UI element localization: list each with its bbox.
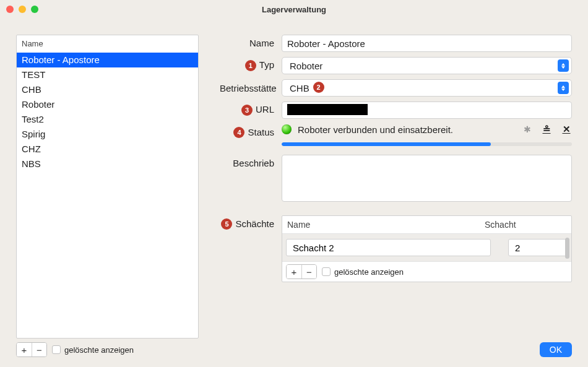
status-progress-fill (282, 142, 491, 146)
status-text: Roboter verbunden und einsatzbereit. (298, 124, 453, 135)
label-schaechte: 5Schächte (220, 215, 282, 230)
row-url: 3URL (220, 101, 572, 119)
row-betriebsstaette: Betriebsstätte CHB 2 (220, 79, 572, 97)
list-controls: + − gelöschte anzeigen (16, 342, 199, 357)
label-url: 3URL (220, 104, 282, 116)
zoom-window-button[interactable] (31, 6, 38, 13)
schaechte-row[interactable] (282, 234, 571, 261)
list-item[interactable]: TEST (17, 67, 198, 82)
schacht-name-input[interactable] (286, 239, 491, 256)
traffic-lights (6, 6, 38, 13)
schaechte-table: Name Schacht + − (282, 215, 572, 282)
row-status: 4Status Roboter verbunden und einsatzber… (220, 124, 572, 146)
status-line: Roboter verbunden und einsatzbereit. ≗ ✕ (282, 124, 572, 135)
annotation-badge-4: 4 (233, 127, 244, 138)
redacted-url-value (287, 104, 368, 115)
label-betriebsstaette: Betriebsstätte (220, 83, 282, 93)
name-input[interactable] (282, 35, 572, 52)
close-window-button[interactable] (6, 6, 14, 13)
beschrieb-textarea[interactable] (282, 155, 572, 202)
typ-select[interactable]: Roboter (282, 57, 572, 74)
col-schacht: Schacht (480, 216, 560, 233)
list-header-name: Name (17, 35, 198, 53)
minimize-window-button[interactable] (19, 6, 26, 13)
list-item[interactable]: Roboter (17, 97, 198, 112)
annotation-badge-1: 1 (245, 60, 256, 71)
typ-select-value: Roboter (290, 61, 322, 71)
row-schaechte: 5Schächte Name Schacht (220, 215, 572, 282)
chevron-updown-icon (558, 59, 569, 72)
row-beschrieb: Beschrieb (220, 155, 572, 202)
annotation-badge-3: 3 (241, 105, 253, 116)
titlebar: Lagerverwaltung (0, 0, 588, 19)
list-item[interactable]: Spirig (17, 127, 198, 142)
show-deleted-label: gelöschte anzeigen (64, 345, 134, 355)
list-item[interactable]: CHB (17, 82, 198, 97)
row-name: Name (220, 35, 572, 52)
betriebsstaette-select-value: CHB (290, 83, 309, 93)
betriebsstaette-select[interactable]: CHB 2 (282, 79, 572, 97)
connect-icon[interactable]: ≗ (541, 124, 552, 135)
schacht-value-input[interactable] (508, 239, 568, 256)
schacht-show-deleted-wrap[interactable]: gelöschte anzeigen (322, 267, 404, 277)
content: Name Roboter - Apostore TEST CHB Roboter… (0, 19, 588, 367)
scrollbar-thumb[interactable] (565, 238, 569, 259)
schacht-add-remove: + − (286, 264, 317, 279)
disconnect-icon[interactable]: ✕ (561, 124, 572, 135)
col-name: Name (282, 216, 480, 233)
right-panel: Name 1Typ Roboter Betriebsstätte CHB (220, 35, 572, 357)
show-deleted-checkbox-wrap[interactable]: gelöschte anzeigen (52, 345, 134, 355)
url-input[interactable] (282, 101, 572, 119)
label-status: 4Status (220, 124, 282, 139)
col-scroll-gutter (560, 216, 571, 233)
list-item[interactable]: NBS (17, 157, 198, 171)
schacht-show-deleted-label: gelöschte anzeigen (334, 267, 404, 277)
status-progress (282, 142, 572, 146)
status-led-icon (282, 124, 292, 134)
list-items: Roboter - Apostore TEST CHB Roboter Test… (17, 53, 198, 338)
add-warehouse-button[interactable]: + (17, 343, 32, 356)
add-schacht-button[interactable]: + (287, 265, 301, 278)
add-remove-group: + − (16, 342, 47, 357)
window-title: Lagerverwaltung (0, 5, 588, 14)
schacht-show-deleted-checkbox[interactable] (322, 267, 331, 276)
chevron-updown-icon (558, 82, 569, 94)
remove-schacht-button[interactable]: − (301, 265, 316, 278)
footer: OK (220, 335, 572, 357)
list-item[interactable]: Test2 (17, 112, 198, 127)
list-item[interactable]: CHZ (17, 142, 198, 157)
row-typ: 1Typ Roboter (220, 57, 572, 74)
warehouse-listbox[interactable]: Name Roboter - Apostore TEST CHB Roboter… (16, 35, 199, 339)
list-item[interactable]: Roboter - Apostore (17, 53, 198, 67)
remove-warehouse-button[interactable]: − (32, 343, 46, 356)
label-typ: 1Typ (220, 59, 282, 71)
label-beschrieb: Beschrieb (220, 155, 282, 168)
annotation-badge-5: 5 (221, 218, 232, 230)
annotation-badge-2: 2 (313, 82, 324, 93)
ok-button[interactable]: OK (540, 342, 572, 357)
schaechte-header: Name Schacht (282, 216, 571, 234)
show-deleted-checkbox[interactable] (52, 345, 61, 354)
loading-spinner-icon (522, 124, 532, 134)
label-name: Name (220, 35, 282, 48)
schaechte-footer: + − gelöschte anzeigen (282, 261, 571, 282)
left-panel: Name Roboter - Apostore TEST CHB Roboter… (16, 35, 199, 357)
